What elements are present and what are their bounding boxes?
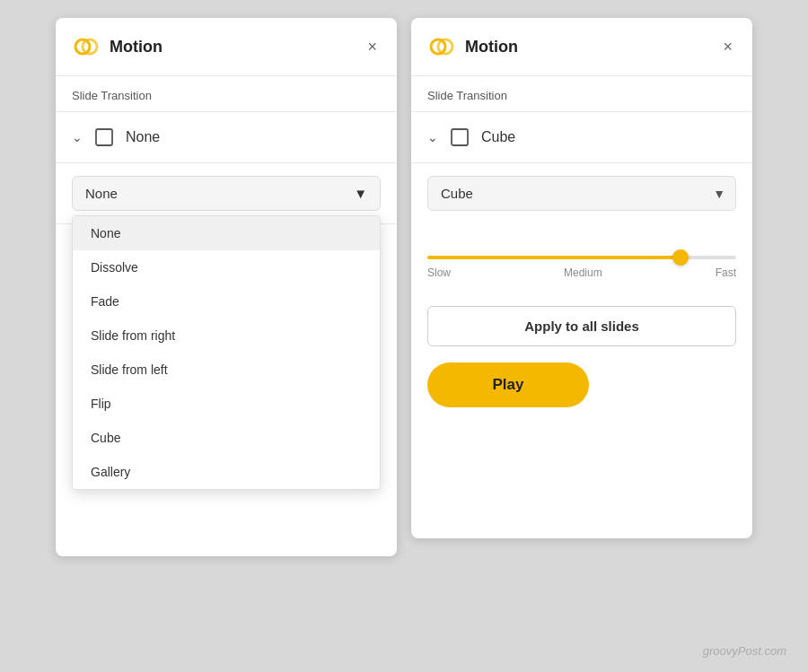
left-dropdown-list[interactable]: None Dissolve Fade Slide from right Slid…: [72, 215, 381, 490]
left-transition-row: ⌄ None: [56, 112, 397, 163]
left-transition-icon: [92, 125, 117, 150]
play-button[interactable]: Play: [427, 362, 589, 407]
left-close-button[interactable]: ×: [364, 35, 381, 58]
dropdown-item-cube[interactable]: Cube: [73, 421, 380, 455]
right-panel: Motion × Slide Transition ⌄ Cube Cube ▼: [411, 18, 752, 538]
slider-thumb[interactable]: [672, 249, 689, 266]
right-dropdown-select[interactable]: Cube: [427, 176, 736, 211]
apply-to-all-slides-button[interactable]: Apply to all slides: [427, 306, 736, 346]
right-close-button[interactable]: ×: [719, 35, 736, 58]
dropdown-item-dissolve[interactable]: Dissolve: [73, 250, 380, 284]
right-transition-row: ⌄ Cube: [411, 112, 752, 163]
right-panel-header: Motion ×: [411, 18, 752, 76]
left-transition-name: None: [126, 129, 160, 145]
dropdown-item-none[interactable]: None: [73, 216, 380, 250]
speed-slider-container[interactable]: Slow Medium Fast: [427, 240, 736, 283]
dropdown-item-flip[interactable]: Flip: [73, 387, 380, 421]
left-dropdown-box[interactable]: None ▼: [72, 176, 381, 211]
dropdown-item-slide-right[interactable]: Slide from right: [73, 319, 380, 353]
right-panel-title: Motion: [465, 38, 719, 57]
dropdown-item-gallery[interactable]: Gallery: [73, 455, 380, 489]
slider-fill: [427, 256, 681, 259]
right-transition-icon: [447, 125, 472, 150]
right-transition-name: Cube: [481, 129, 515, 145]
right-slide-transition-label: Slide Transition: [411, 76, 752, 112]
left-chevron-icon[interactable]: ⌄: [72, 130, 83, 144]
dropdown-item-fade[interactable]: Fade: [73, 284, 380, 319]
left-dropdown-arrow-icon: ▼: [354, 186, 367, 201]
slider-track[interactable]: [427, 256, 736, 259]
slider-label-fast: Fast: [716, 266, 736, 279]
left-logo: [72, 32, 101, 61]
speed-section: Slow Medium Fast: [427, 223, 736, 292]
right-dropdown-wrapper[interactable]: Cube ▼: [411, 163, 752, 223]
right-panel-body: Slow Medium Fast Apply to all slides Pla…: [411, 223, 752, 538]
watermark: groovyPost.com: [703, 644, 786, 658]
left-panel-title: Motion: [110, 38, 364, 57]
svg-rect-2: [96, 129, 112, 145]
left-panel-header: Motion ×: [56, 18, 397, 76]
left-dropdown-value: None: [85, 186, 118, 201]
right-logo: [427, 32, 456, 61]
left-panel: Motion × Slide Transition ⌄ None None ▼ …: [56, 18, 397, 556]
left-dropdown-wrapper[interactable]: None ▼ None Dissolve Fade Slide from rig…: [56, 163, 397, 223]
slider-label-slow: Slow: [427, 266, 451, 279]
dropdown-item-slide-left[interactable]: Slide from left: [73, 353, 380, 387]
slider-labels: Slow Medium Fast: [427, 266, 736, 279]
svg-rect-5: [452, 129, 468, 145]
left-slide-transition-label: Slide Transition: [56, 76, 397, 112]
slider-label-medium: Medium: [564, 266, 602, 279]
right-chevron-icon[interactable]: ⌄: [427, 130, 438, 144]
